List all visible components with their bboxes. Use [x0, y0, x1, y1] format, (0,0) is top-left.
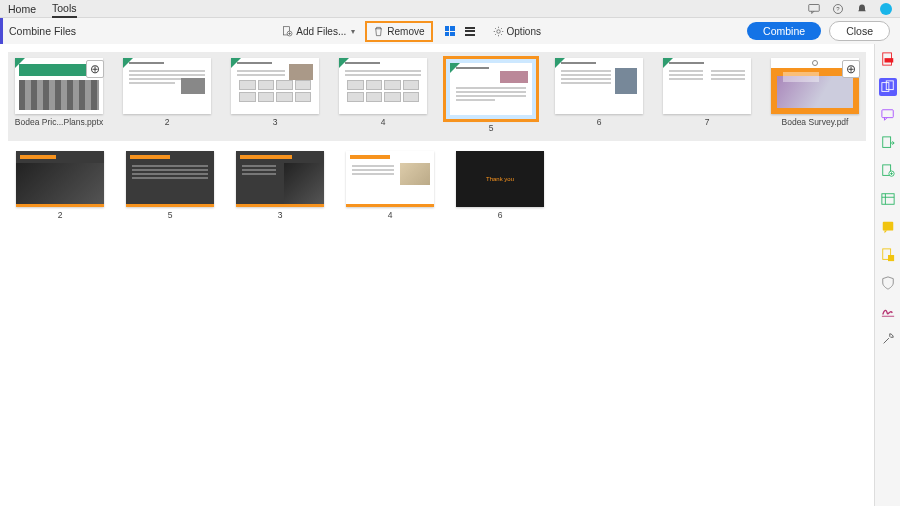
thumb-label: 3	[273, 117, 278, 127]
thumb-label: 5	[168, 210, 173, 220]
remove-button[interactable]: Remove	[365, 21, 432, 42]
avatar[interactable]	[880, 3, 892, 15]
thumb-label: Bodea Pric...Plans.pptx	[15, 117, 103, 127]
export-icon[interactable]	[879, 134, 897, 152]
tab-home[interactable]: Home	[8, 1, 36, 17]
tools-rail	[874, 44, 900, 506]
thumbnail-item[interactable]: ⊕ Bodea Pric...Plans.pptx	[12, 58, 106, 133]
list-icon	[465, 27, 475, 36]
svg-rect-15	[882, 222, 893, 231]
thumb-label: 3	[278, 210, 283, 220]
thumb-label: Bodea Survey.pdf	[782, 117, 849, 127]
thumbnail-item[interactable]: ⊕ Bodea Survey.pdf	[768, 58, 862, 133]
add-files-label: Add Files...	[296, 26, 346, 37]
svg-rect-11	[882, 137, 890, 148]
chevron-down-icon: ▾	[351, 27, 355, 36]
top-nav: Home Tools ?	[0, 0, 900, 18]
svg-rect-17	[888, 255, 894, 261]
thumbnail-item[interactable]: 2	[120, 58, 214, 133]
comment-icon[interactable]	[808, 3, 820, 15]
tool-toolbar: Combine Files Add Files... ▾ Remove Opti…	[0, 18, 900, 44]
page-title: Combine Files	[9, 25, 76, 37]
combine-button[interactable]: Combine	[747, 22, 821, 40]
thumb-label: 6	[498, 210, 503, 220]
svg-point-5	[496, 29, 499, 32]
thumb-label: 2	[165, 117, 170, 127]
options-button[interactable]: Options	[487, 23, 547, 40]
thumbnail-item[interactable]: 4	[342, 151, 438, 220]
sign-icon[interactable]	[879, 302, 897, 320]
thank-you-text: Thank you	[456, 176, 544, 182]
stamp-icon[interactable]	[879, 246, 897, 264]
options-label: Options	[507, 26, 541, 37]
loose-slides-row: 2 5 3	[8, 149, 866, 222]
combine-files-icon[interactable]	[879, 78, 897, 96]
pdf-icon[interactable]	[879, 50, 897, 68]
help-icon[interactable]: ?	[832, 3, 844, 15]
edit-icon[interactable]	[879, 162, 897, 180]
thumb-label: 6	[597, 117, 602, 127]
thumbnail-item[interactable]: 3	[232, 151, 328, 220]
svg-rect-0	[809, 4, 820, 11]
svg-text:?: ?	[836, 6, 840, 12]
thumb-label: 4	[388, 210, 393, 220]
bell-icon[interactable]	[856, 3, 868, 15]
svg-rect-7	[884, 58, 893, 62]
tool-icon[interactable]	[879, 330, 897, 348]
list-view-button[interactable]	[463, 24, 477, 38]
thumb-label: 7	[705, 117, 710, 127]
thumbnail-item[interactable]: 5	[122, 151, 218, 220]
spreadsheet-icon[interactable]	[879, 190, 897, 208]
grid-view-button[interactable]	[443, 24, 457, 38]
thumb-label: 5	[489, 123, 494, 133]
add-files-button[interactable]: Add Files... ▾	[276, 23, 361, 40]
remove-label: Remove	[387, 26, 424, 37]
tab-tools[interactable]: Tools	[52, 0, 77, 18]
svg-rect-10	[881, 110, 892, 118]
thumbnail-item[interactable]: 6	[552, 58, 646, 133]
thumbnail-item-selected[interactable]: 5	[444, 58, 538, 133]
top-nav-tabs: Home Tools	[8, 0, 77, 17]
thumbnail-canvas: ⊕ Bodea Pric...Plans.pptx 2	[0, 44, 874, 506]
thumbnail-item[interactable]: 2	[12, 151, 108, 220]
thumbnail-item[interactable]: Thank you 6	[452, 151, 548, 220]
expand-button[interactable]: ⊕	[842, 60, 860, 78]
chat-icon[interactable]	[879, 106, 897, 124]
expand-button[interactable]: ⊕	[86, 60, 104, 78]
file-group-row: ⊕ Bodea Pric...Plans.pptx 2	[8, 52, 866, 141]
thumb-label: 2	[58, 210, 63, 220]
note-icon[interactable]	[879, 218, 897, 236]
thumbnail-item[interactable]: 4	[336, 58, 430, 133]
thumbnail-item[interactable]: 7	[660, 58, 754, 133]
grid-icon	[445, 26, 455, 36]
close-button[interactable]: Close	[829, 21, 890, 41]
top-nav-icons: ?	[808, 3, 892, 15]
shield-icon[interactable]	[879, 274, 897, 292]
thumb-label: 4	[381, 117, 386, 127]
svg-rect-14	[881, 194, 893, 205]
thumbnail-item[interactable]: 3	[228, 58, 322, 133]
